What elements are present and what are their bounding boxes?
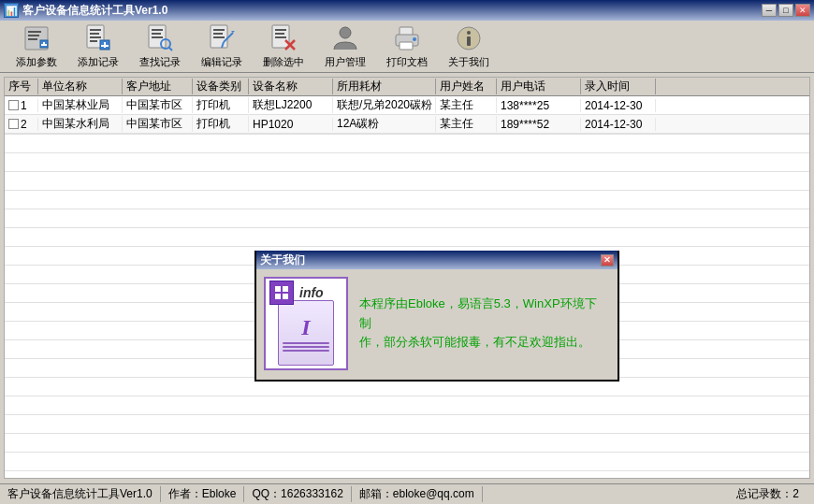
svg-rect-24 [213, 36, 225, 38]
row1-checkbox[interactable] [8, 100, 19, 110]
dialog-icon-area: info I [264, 277, 348, 370]
col-header-seq: 序号 [5, 79, 38, 94]
svg-rect-23 [213, 33, 223, 35]
user-manage-button[interactable]: 用户管理 [316, 24, 374, 69]
row1-user: 某主任 [436, 97, 497, 113]
svg-rect-30 [275, 33, 284, 35]
row2-time: 2014-12-30 [581, 118, 656, 131]
about-us-icon [454, 23, 484, 53]
print-doc-button[interactable]: 打印文档 [378, 24, 436, 69]
svg-rect-37 [400, 42, 413, 50]
window-title: 客户设备信息统计工具Ver1.0 [22, 3, 167, 19]
dialog-text-area: 本程序由Ebloke，易语言5.3，WinXP环境下制作，部分杀软可能报毒，有不… [356, 277, 610, 370]
line2 [283, 346, 329, 348]
dialog-body: info I 本程序由Ebloke，易语言5.3，WinXP环境下制作，部分杀软… [256, 269, 618, 378]
svg-rect-2 [28, 35, 39, 36]
find-record-icon [145, 23, 175, 53]
about-us-button[interactable]: 关于我们 [440, 24, 498, 69]
dialog-badge [269, 281, 294, 305]
row2-phone: 189****52 [497, 118, 581, 131]
svg-rect-16 [152, 29, 163, 31]
delete-selected-button[interactable]: 删除选中 [254, 24, 313, 69]
edit-record-label: 编辑记录 [201, 55, 242, 69]
add-param-label: 添加参数 [16, 55, 57, 69]
row1-phone: 138****25 [497, 99, 581, 112]
icon-card-lines [283, 342, 329, 352]
toolbar: 添加参数 添加记录 [0, 21, 814, 73]
row2-type: 打印机 [193, 116, 249, 132]
add-param-icon [22, 23, 51, 53]
col-header-unit: 单位名称 [38, 79, 123, 94]
edit-record-button[interactable]: 编辑记录 [193, 24, 251, 69]
title-bar-controls: ─ □ ✕ [762, 4, 810, 17]
row1-name: 联想LJ2200 [249, 97, 333, 113]
svg-line-20 [169, 48, 173, 51]
status-record-count: 总记录数：2 [729, 486, 807, 502]
svg-rect-22 [213, 29, 225, 31]
dialog-close-button[interactable]: ✕ [601, 254, 614, 266]
row2-name: HP1020 [249, 118, 333, 131]
row1-time: 2014-12-30 [581, 99, 656, 112]
title-bar-text: 📊 客户设备信息统计工具Ver1.0 [4, 3, 167, 19]
svg-rect-8 [90, 29, 101, 31]
about-us-label: 关于我们 [448, 55, 489, 69]
svg-rect-45 [283, 294, 288, 299]
status-app-name: 客户设备信息统计工具Ver1.0 [7, 486, 161, 502]
svg-rect-1 [28, 31, 41, 33]
table-row[interactable]: 2 中国某水利局 中国某市区 打印机 HP1020 12A碳粉 某主任 189*… [5, 115, 809, 134]
dialog-titlebar: 关于我们 ✕ [256, 251, 618, 269]
svg-rect-14 [101, 45, 109, 47]
col-header-time: 录入时间 [581, 79, 656, 94]
icon-card-symbol: I [301, 315, 310, 340]
add-record-button[interactable]: 添加记录 [69, 24, 127, 69]
status-author: 作者：Ebloke [161, 486, 245, 502]
maximize-button[interactable]: □ [778, 4, 793, 17]
print-doc-label: 打印文档 [386, 55, 428, 69]
svg-rect-41 [467, 36, 471, 46]
delete-selected-icon [269, 23, 298, 53]
col-header-name: 设备名称 [249, 79, 333, 94]
svg-rect-42 [275, 286, 281, 292]
svg-rect-18 [152, 36, 163, 38]
svg-point-40 [467, 31, 471, 35]
dialog-title: 关于我们 [260, 252, 305, 268]
col-header-addr: 客户地址 [123, 79, 193, 94]
row2-cons: 12A碳粉 [333, 116, 436, 132]
add-record-icon [83, 23, 113, 53]
svg-rect-6 [41, 44, 47, 46]
add-record-label: 添加记录 [78, 55, 119, 69]
svg-rect-9 [90, 33, 99, 35]
row2-addr: 中国某市区 [123, 116, 193, 132]
svg-rect-43 [283, 286, 288, 292]
row2-user: 某主任 [436, 116, 497, 132]
svg-rect-29 [275, 29, 286, 31]
add-param-button[interactable]: 添加参数 [7, 24, 65, 69]
row1-cons: 联想/兄弟2020碳粉 [333, 97, 436, 113]
row1-unit: 中国某林业局 [38, 97, 123, 113]
line1 [283, 342, 329, 344]
status-qq: QQ：1626333162 [244, 486, 351, 502]
row2-checkbox[interactable] [8, 119, 19, 129]
app-icon: 📊 [4, 3, 19, 18]
svg-rect-17 [152, 33, 161, 35]
about-dialog: 关于我们 ✕ info [254, 251, 619, 382]
user-manage-label: 用户管理 [325, 55, 366, 69]
find-record-button[interactable]: 查找记录 [131, 24, 189, 69]
status-bar: 客户设备信息统计工具Ver1.0 作者：Ebloke QQ：1626333162… [0, 483, 814, 504]
print-doc-icon [392, 23, 422, 53]
svg-rect-3 [28, 38, 37, 40]
svg-rect-10 [90, 36, 101, 38]
table-row[interactable]: 1 中国某林业局 中国某市区 打印机 联想LJ2200 联想/兄弟2020碳粉 … [5, 96, 809, 115]
table-body: 1 中国某林业局 中国某市区 打印机 联想LJ2200 联想/兄弟2020碳粉 … [5, 96, 809, 134]
close-button[interactable]: ✕ [795, 4, 810, 17]
status-email: 邮箱：ebloke@qq.com [352, 486, 483, 502]
svg-rect-11 [90, 40, 97, 42]
edit-record-icon [207, 23, 237, 53]
title-bar: 📊 客户设备信息统计工具Ver1.0 ─ □ ✕ [0, 0, 814, 21]
col-header-user: 用户姓名 [436, 79, 497, 94]
user-manage-icon [330, 23, 360, 53]
col-header-type: 设备类别 [193, 79, 249, 94]
svg-rect-44 [275, 294, 281, 299]
row1-seq: 1 [5, 99, 38, 112]
minimize-button[interactable]: ─ [762, 4, 777, 17]
